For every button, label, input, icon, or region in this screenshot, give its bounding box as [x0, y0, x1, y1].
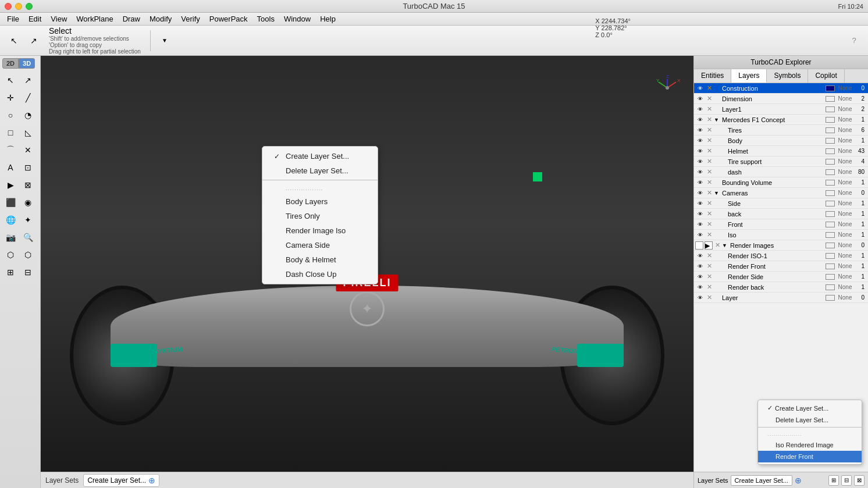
layer-sets-dropdown[interactable]: Create Layer Set... ⊕: [83, 474, 159, 487]
layer-eye-construction[interactable]: 👁: [695, 86, 705, 91]
bottom-icon-1[interactable]: ⊞: [828, 475, 839, 486]
camera-tool[interactable]: 📷: [2, 229, 19, 245]
3d-mode-button[interactable]: 3D: [19, 58, 35, 69]
grid-tool[interactable]: ⊞: [2, 264, 19, 280]
layer-row-tire-support[interactable]: 👁 ✕ Tire support None 4: [694, 156, 868, 167]
render-tool[interactable]: 🌐: [2, 212, 19, 228]
text-tool[interactable]: A: [2, 159, 19, 176]
toolbar-help-btn[interactable]: ?: [845, 31, 863, 50]
layer-row-dash[interactable]: 👁 ✕ dash None 80: [694, 167, 868, 177]
sphere-tool[interactable]: ◉: [20, 194, 36, 211]
move-tool[interactable]: ✛: [2, 90, 19, 106]
layer-row-side[interactable]: 👁 ✕ Side None 1: [694, 198, 868, 209]
layer-row-construction[interactable]: 👁 ✕ Construction None 0: [694, 83, 868, 94]
select-tool-alt[interactable]: ↗: [24, 31, 43, 50]
layer-x-dimension[interactable]: ✕: [705, 95, 714, 102]
dropdown-item-create-layer-set[interactable]: ✓ Create Layer Set...: [262, 149, 378, 163]
view-3d-tool[interactable]: ⬡: [2, 247, 19, 263]
arrow-select-tool-2[interactable]: ↗: [20, 72, 36, 88]
rect-tool[interactable]: □: [2, 124, 19, 141]
menu-window[interactable]: Window: [279, 13, 315, 24]
circle-tool[interactable]: ○: [2, 107, 19, 123]
layer-row-render-back[interactable]: 👁 ✕ Render back None 1: [694, 282, 868, 293]
dropdown-item-dash-close-up[interactable]: Dash Close Up: [262, 267, 378, 282]
hatch-tool[interactable]: ⊠: [20, 177, 36, 193]
menu-modify[interactable]: Modify: [145, 13, 176, 24]
layer-row-render-side[interactable]: 👁 ✕ Render Side None 1: [694, 272, 868, 282]
layer-row-front[interactable]: 👁 ✕ Front None 1: [694, 219, 868, 230]
magnify-tool[interactable]: 🔍: [20, 229, 36, 245]
layer-row-render-iso1[interactable]: 👁 ✕ Render ISO-1 None 1: [694, 251, 868, 261]
menu-edit[interactable]: Edit: [24, 13, 46, 24]
menu-powerpack[interactable]: PowerPack: [205, 13, 252, 24]
layer-row-back[interactable]: 👁 ✕ back None 1: [694, 209, 868, 219]
dropdown-item-delete-layer-set[interactable]: Delete Layer Set...: [262, 163, 378, 178]
menu-tools[interactable]: Tools: [252, 13, 279, 24]
layer-name-back: back: [721, 211, 826, 218]
menu-workplane[interactable]: WorkPlane: [72, 13, 118, 24]
tab-layers[interactable]: Layers: [731, 69, 767, 83]
layer-row-bounding-volume[interactable]: 👁 ✕ Bounding Volume None 1: [694, 177, 868, 188]
layer-row-render-images[interactable]: ▶ ✕ ▼ Render Images None 0: [694, 240, 868, 251]
minimize-button[interactable]: [15, 3, 22, 10]
dimension-tool[interactable]: ⊡: [20, 159, 36, 176]
maximize-button[interactable]: [26, 3, 33, 10]
menu-draw[interactable]: Draw: [118, 13, 145, 24]
expand-cameras[interactable]: ▼: [714, 190, 721, 196]
layer-row-tires[interactable]: 👁 ✕ Tires None 6: [694, 125, 868, 136]
small-dropdown-render-front[interactable]: Render Front: [758, 451, 862, 462]
curve-tool[interactable]: ⌒: [2, 142, 19, 158]
insert-tool[interactable]: ▶: [2, 177, 19, 193]
close-button[interactable]: [5, 3, 12, 10]
select-arrow-tool[interactable]: ↖: [5, 31, 23, 50]
box-3d-tool[interactable]: ⬛: [2, 194, 19, 211]
layer-row-cameras[interactable]: 👁 ✕ ▼ Cameras None 0: [694, 188, 868, 198]
arrow-select-tool[interactable]: ↖: [2, 72, 19, 88]
right-dropdown-arrow[interactable]: ⊕: [795, 476, 802, 485]
toolbar-dropdown-btn[interactable]: ▼: [155, 31, 174, 50]
menu-verify[interactable]: Verify: [176, 13, 205, 24]
dropdown-item-render-image-iso[interactable]: Render Image Iso: [262, 223, 378, 238]
tab-entities[interactable]: Entities: [694, 69, 731, 83]
layer-row-helmet[interactable]: 👁 ✕ Helmet None 43: [694, 146, 868, 156]
layer-row-layer[interactable]: 👁 ✕ Layer None 0: [694, 293, 868, 303]
layer-row-body[interactable]: 👁 ✕ Body None 1: [694, 136, 868, 146]
bottom-icon-3[interactable]: ⊠: [854, 475, 865, 486]
expand-mercedes[interactable]: ▼: [714, 117, 721, 123]
layer-count-construction: 0: [855, 85, 867, 91]
menu-file[interactable]: File: [2, 13, 24, 24]
bottom-icon-2[interactable]: ⊟: [841, 475, 852, 486]
layer-row-layer1[interactable]: 👁 ✕ Layer1 None 2: [694, 104, 868, 115]
layer-row-iso[interactable]: 👁 ✕ Iso None 1: [694, 230, 868, 240]
view-iso-tool[interactable]: ⬡: [20, 247, 36, 263]
layer-row-render-front[interactable]: 👁 ✕ Render Front None 1: [694, 261, 868, 272]
dropdown-item-camera-side[interactable]: Camera Side: [262, 238, 378, 252]
dropdown-item-body-helmet[interactable]: Body & Helmet: [262, 252, 378, 267]
light-tool[interactable]: ✦: [20, 212, 36, 228]
tab-copilot[interactable]: Copilot: [808, 69, 844, 83]
polyline-tool[interactable]: ◺: [20, 124, 36, 141]
expand-render-images[interactable]: ▼: [722, 243, 729, 248]
layer-eye-dimension[interactable]: 👁: [695, 96, 705, 102]
2d-mode-button[interactable]: 2D: [2, 58, 19, 69]
line-tool[interactable]: ╱: [20, 90, 36, 106]
render-images-checkbox[interactable]: [695, 241, 703, 250]
layer-row-mercedes[interactable]: 👁 ✕ ▼ Mercedes F1 Concept None 1: [694, 115, 868, 125]
menu-help[interactable]: Help: [315, 13, 340, 24]
menu-view[interactable]: View: [46, 13, 72, 24]
eraser-tool[interactable]: ✕: [20, 142, 36, 158]
layer-row-dimension[interactable]: 👁 ✕ Dimension None 2: [694, 94, 868, 104]
render-images-play[interactable]: ▶: [705, 241, 713, 250]
layer-x-construction[interactable]: ✕: [705, 84, 714, 92]
dropdown-item-tires-only[interactable]: Tires Only: [262, 209, 378, 223]
small-dropdown-iso-rendered[interactable]: Iso Rendered Image: [758, 439, 862, 451]
layer-name-tires: Tires: [721, 127, 826, 134]
small-dropdown-create[interactable]: ✓ Create Layer Set...: [758, 402, 862, 414]
tab-symbols[interactable]: Symbols: [767, 69, 808, 83]
right-create-layer-set-btn[interactable]: Create Layer Set...: [731, 475, 792, 486]
arc-tool[interactable]: ◔: [20, 107, 36, 123]
small-dropdown-delete[interactable]: Delete Layer Set...: [758, 414, 862, 426]
layer-name-front: Front: [721, 221, 826, 228]
dropdown-item-body-layers[interactable]: Body Layers: [262, 194, 378, 209]
snap-tool[interactable]: ⊟: [20, 264, 36, 280]
